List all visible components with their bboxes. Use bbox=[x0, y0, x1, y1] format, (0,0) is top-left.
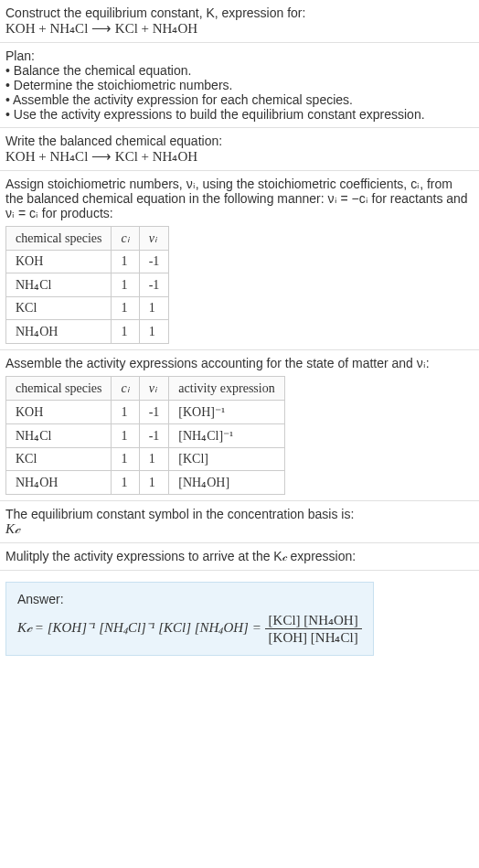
col-species: chemical species bbox=[6, 377, 112, 401]
table-row: NH₄Cl 1 -1 bbox=[6, 273, 169, 297]
cell-ci: 1 bbox=[112, 273, 139, 297]
cell-ci: 1 bbox=[112, 471, 139, 495]
plan-item: • Assemble the activity expression for e… bbox=[5, 92, 474, 107]
answer-lhs: K𝒸 = [KOH]⁻¹ [NH₄Cl]⁻¹ [KCl] [NH₄OH] = bbox=[17, 620, 265, 635]
stoich-intro: Assign stoichiometric numbers, νᵢ, using… bbox=[5, 177, 474, 220]
table-header-row: chemical species cᵢ νᵢ activity expressi… bbox=[6, 377, 285, 401]
question-equation: KOH + NH₄Cl ⟶ KCl + NH₄OH bbox=[5, 20, 474, 37]
answer-label: Answer: bbox=[17, 592, 362, 606]
answer-expression: K𝒸 = [KOH]⁻¹ [NH₄Cl]⁻¹ [KCl] [NH₄OH] = [… bbox=[17, 612, 362, 646]
cell-ci: 1 bbox=[112, 251, 139, 273]
cell-species: NH₄Cl bbox=[6, 424, 112, 448]
stoich-section: Assign stoichiometric numbers, νᵢ, using… bbox=[0, 171, 479, 350]
cell-ci: 1 bbox=[112, 401, 139, 424]
col-expr: activity expression bbox=[169, 377, 284, 401]
activity-intro: Assemble the activity expressions accoun… bbox=[5, 356, 474, 370]
fraction-numerator: [KCl] [NH₄OH] bbox=[265, 612, 362, 629]
cell-vi: 1 bbox=[139, 471, 169, 495]
plan-title: Plan: bbox=[5, 48, 474, 63]
cell-vi: 1 bbox=[139, 297, 169, 320]
plan-section: Plan: • Balance the chemical equation. •… bbox=[0, 43, 479, 128]
col-vi: νᵢ bbox=[139, 227, 169, 251]
cell-vi: -1 bbox=[139, 401, 169, 424]
question-section: Construct the equilibrium constant, K, e… bbox=[0, 0, 479, 43]
prompt-text: Construct the equilibrium constant, K, e… bbox=[5, 5, 305, 20]
stoich-table: chemical species cᵢ νᵢ KOH 1 -1 NH₄Cl 1 … bbox=[5, 226, 169, 344]
balanced-equation: KOH + NH₄Cl ⟶ KCl + NH₄OH bbox=[5, 148, 474, 165]
cell-vi: -1 bbox=[139, 424, 169, 448]
col-species: chemical species bbox=[6, 227, 112, 251]
answer-box: Answer: K𝒸 = [KOH]⁻¹ [NH₄Cl]⁻¹ [KCl] [NH… bbox=[5, 582, 374, 656]
cell-species: NH₄OH bbox=[6, 471, 112, 495]
question-prompt: Construct the equilibrium constant, K, e… bbox=[5, 5, 474, 20]
answer-fraction: [KCl] [NH₄OH] [KOH] [NH₄Cl] bbox=[265, 612, 362, 646]
symbol-section: The equilibrium constant symbol in the c… bbox=[0, 501, 479, 543]
symbol-line1: The equilibrium constant symbol in the c… bbox=[5, 507, 474, 521]
multiply-text: Mulitply the activity expressions to arr… bbox=[5, 549, 356, 563]
col-ci: cᵢ bbox=[112, 377, 139, 401]
cell-ci: 1 bbox=[112, 320, 139, 344]
activity-section: Assemble the activity expressions accoun… bbox=[0, 350, 479, 501]
activity-table: chemical species cᵢ νᵢ activity expressi… bbox=[5, 376, 285, 495]
cell-species: NH₄OH bbox=[6, 320, 112, 344]
balanced-title: Write the balanced chemical equation: bbox=[5, 134, 474, 148]
cell-species: KCl bbox=[6, 297, 112, 320]
cell-species: NH₄Cl bbox=[6, 273, 112, 297]
table-header-row: chemical species cᵢ νᵢ bbox=[6, 227, 169, 251]
balanced-section: Write the balanced chemical equation: KO… bbox=[0, 128, 479, 171]
cell-ci: 1 bbox=[112, 448, 139, 471]
table-row: NH₄Cl 1 -1 [NH₄Cl]⁻¹ bbox=[6, 424, 285, 448]
plan-item: • Balance the chemical equation. bbox=[5, 63, 474, 78]
cell-expr: [NH₄OH] bbox=[169, 471, 284, 495]
table-row: NH₄OH 1 1 bbox=[6, 320, 169, 344]
cell-vi: -1 bbox=[139, 251, 169, 273]
fraction-denominator: [KOH] [NH₄Cl] bbox=[265, 629, 362, 646]
plan-item: • Use the activity expressions to build … bbox=[5, 107, 474, 122]
col-ci: cᵢ bbox=[112, 227, 139, 251]
cell-expr: [KCl] bbox=[169, 448, 284, 471]
plan-item: • Determine the stoichiometric numbers. bbox=[5, 78, 474, 92]
cell-species: KOH bbox=[6, 251, 112, 273]
table-row: NH₄OH 1 1 [NH₄OH] bbox=[6, 471, 285, 495]
table-row: KOH 1 -1 [KOH]⁻¹ bbox=[6, 401, 285, 424]
cell-vi: -1 bbox=[139, 273, 169, 297]
answer-section: Answer: K𝒸 = [KOH]⁻¹ [NH₄Cl]⁻¹ [KCl] [NH… bbox=[0, 571, 479, 667]
cell-species: KOH bbox=[6, 401, 112, 424]
cell-vi: 1 bbox=[139, 448, 169, 471]
col-vi: νᵢ bbox=[139, 377, 169, 401]
table-row: KCl 1 1 bbox=[6, 297, 169, 320]
table-row: KOH 1 -1 bbox=[6, 251, 169, 273]
multiply-section: Mulitply the activity expressions to arr… bbox=[0, 543, 479, 571]
cell-expr: [NH₄Cl]⁻¹ bbox=[169, 424, 284, 448]
cell-ci: 1 bbox=[112, 297, 139, 320]
cell-ci: 1 bbox=[112, 424, 139, 448]
symbol-kc: K𝒸 bbox=[5, 521, 474, 537]
cell-vi: 1 bbox=[139, 320, 169, 344]
cell-expr: [KOH]⁻¹ bbox=[169, 401, 284, 424]
table-row: KCl 1 1 [KCl] bbox=[6, 448, 285, 471]
cell-species: KCl bbox=[6, 448, 112, 471]
